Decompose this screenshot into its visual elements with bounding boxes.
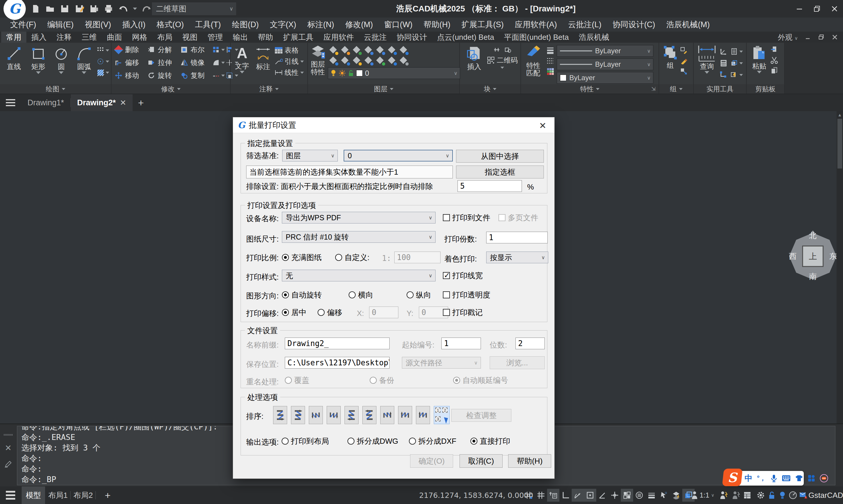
workspace-switch-icon[interactable] <box>741 489 753 502</box>
ribbon-tab-pointcloud[interactable]: 点云(undet) Beta <box>432 32 499 43</box>
layer-unisolate-icon[interactable] <box>375 56 386 66</box>
scroll-up-icon[interactable]: ▲ <box>837 111 843 118</box>
polar-tracking-icon[interactable] <box>572 489 584 502</box>
object-snap-icon[interactable] <box>584 489 596 502</box>
sort-rows-left-icon[interactable] <box>291 406 305 424</box>
panel-properties-footer[interactable]: 特性⇲ <box>521 84 658 94</box>
layer-thaw-icon[interactable] <box>339 45 351 56</box>
auto-rotate-radio[interactable]: 自动旋转 <box>282 289 322 301</box>
ribbon-tab-output[interactable]: 输出 <box>228 32 253 43</box>
select-from-drawing-button[interactable]: 从图中选择 <box>456 150 544 163</box>
menu-apps[interactable]: 应用软件(A) <box>509 19 563 30</box>
sort-rows-right-up-icon[interactable] <box>345 406 358 424</box>
scroll-thumb[interactable] <box>838 119 842 168</box>
menu-file[interactable]: 文件(F) <box>5 19 41 30</box>
menu-insert[interactable]: 插入(I) <box>117 19 151 30</box>
layer-on-icon[interactable] <box>328 45 339 56</box>
ucs-axes-icon[interactable] <box>719 48 728 56</box>
file-tabs-menu-icon[interactable] <box>0 98 21 107</box>
command-edit-icon[interactable] <box>4 461 12 468</box>
ribbon-tab-manage[interactable]: 管理 <box>203 32 228 43</box>
menu-gstarcad-mech[interactable]: 浩辰机械(M) <box>661 19 715 30</box>
settings-gear-icon[interactable] <box>755 489 767 502</box>
direct-print-radio[interactable]: 直接打印 <box>470 435 510 447</box>
layer-unlock-icon[interactable] <box>351 45 363 56</box>
doc-tab-drawing2[interactable]: Drawing2*✕ <box>71 94 133 111</box>
dynamic-input-icon[interactable] <box>547 489 559 502</box>
minimize-icon[interactable] <box>795 4 804 13</box>
sort-cols-serpentine-icon[interactable] <box>416 406 430 424</box>
fillet-dropdown[interactable] <box>212 58 225 67</box>
line-button[interactable]: 直线 <box>2 44 26 84</box>
hatch-dropdown[interactable] <box>96 69 109 77</box>
grips-icon[interactable] <box>719 71 728 79</box>
annotation-visibility-icon[interactable] <box>730 489 742 502</box>
explode-button[interactable]: 分解 <box>146 45 179 54</box>
undo-dropdown-icon[interactable] <box>133 7 137 10</box>
ribbon-tab-help[interactable]: 帮助 <box>253 32 278 43</box>
open-file-icon[interactable] <box>45 4 55 14</box>
sogou-logo-icon[interactable]: S <box>722 469 743 486</box>
plot-style-select[interactable]: 无∨ <box>282 270 436 282</box>
lineweight-select[interactable]: ByLayer∨ <box>557 45 653 57</box>
match-properties-button[interactable]: 特性匹配 <box>523 44 544 84</box>
lineweight-display-icon[interactable] <box>646 489 658 502</box>
annotation-monitor-icon[interactable] <box>670 489 682 502</box>
center-plot-radio[interactable]: 居中 <box>282 307 306 318</box>
menu-edit[interactable]: 编辑(E) <box>41 19 79 30</box>
dimension-button[interactable]: 标注 <box>252 44 275 84</box>
quick-select-dropdown[interactable] <box>730 71 743 79</box>
undo-icon[interactable] <box>118 4 128 14</box>
sort-cols-down-alt-icon[interactable] <box>327 406 341 424</box>
ime-skin-icon[interactable] <box>795 475 803 482</box>
sort-rows-right-icon[interactable] <box>273 406 287 424</box>
plot-to-layout-radio[interactable]: 打印到布局 <box>282 435 329 447</box>
menu-view[interactable]: 视图(V) <box>79 19 117 30</box>
sort-cols-up-alt-icon[interactable] <box>398 406 412 424</box>
move-button[interactable]: 移动 <box>113 71 146 80</box>
doc-restore-icon[interactable] <box>818 34 825 41</box>
table-button[interactable]: 表格 <box>275 46 304 55</box>
ribbon-tab-view[interactable]: 视图 <box>177 32 203 43</box>
filter-type-select[interactable]: 图层∨ <box>282 150 338 161</box>
ribbon-tab-plan[interactable]: 平面图(undet) Beta <box>499 32 574 43</box>
tab-close-icon[interactable]: ✕ <box>120 98 126 107</box>
copy-clip-icon[interactable] <box>770 67 778 75</box>
measure-dropdown-icon[interactable] <box>705 71 709 74</box>
menu-text[interactable]: 文字(X) <box>264 19 302 30</box>
menu-cloud-markup[interactable]: 云批注(L) <box>563 19 607 30</box>
ribbon-tab-apps[interactable]: 应用软件 <box>318 32 359 43</box>
model-tab[interactable]: 模型 <box>22 486 45 504</box>
circle-dropdown-icon[interactable] <box>59 71 64 74</box>
calculator-icon[interactable] <box>719 59 728 67</box>
leader-button[interactable]: 引线 <box>275 57 304 66</box>
copy-with-base-icon[interactable] <box>770 46 778 54</box>
status-menu-icon[interactable] <box>5 490 16 501</box>
layer-off-icon[interactable] <box>328 56 339 66</box>
appearance-menu[interactable]: 外观 ∨ <box>778 33 798 42</box>
layer-match-icon[interactable] <box>375 45 386 56</box>
leader-dropdown-icon[interactable] <box>300 60 304 62</box>
navigation-compass[interactable]: 北 西 东 南 上 <box>785 228 841 285</box>
annotation-scale-control[interactable]: 1:1 ∨ <box>691 489 714 502</box>
ungroup-icon[interactable] <box>680 67 688 75</box>
group-rename-icon[interactable] <box>680 57 688 65</box>
selection-cycling-icon[interactable] <box>658 489 670 502</box>
layer-freeze-icon[interactable] <box>339 56 351 66</box>
ime-mic-icon[interactable] <box>770 474 777 482</box>
lineweight-bars-icon[interactable] <box>546 46 555 54</box>
new-file-icon[interactable] <box>31 4 40 14</box>
ime-keyboard-icon[interactable] <box>782 475 791 482</box>
point-tools-dropdown[interactable] <box>96 46 109 54</box>
quick-copy-dropdown[interactable] <box>730 59 743 67</box>
panel-clipboard-footer[interactable]: 剪贴板 <box>747 84 784 94</box>
list-dropdown[interactable] <box>730 48 743 56</box>
restore-icon[interactable] <box>812 4 821 13</box>
panel-group-footer[interactable]: 组 <box>659 84 693 94</box>
ortho-toggle-icon[interactable] <box>559 489 572 502</box>
dialog-title-bar[interactable]: G 批量打印设置 <box>233 117 555 133</box>
portrait-radio[interactable]: 纵向 <box>407 289 431 301</box>
landscape-radio[interactable]: 横向 <box>349 289 373 301</box>
block-edit-icon[interactable] <box>504 46 512 54</box>
layout2-tab[interactable]: 布局2 <box>72 486 94 504</box>
